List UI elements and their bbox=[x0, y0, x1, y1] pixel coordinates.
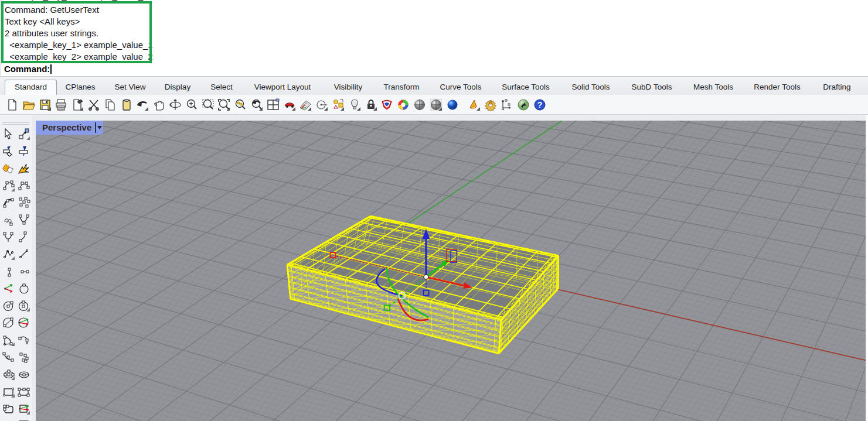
svg-text:?: ? bbox=[537, 100, 543, 109]
